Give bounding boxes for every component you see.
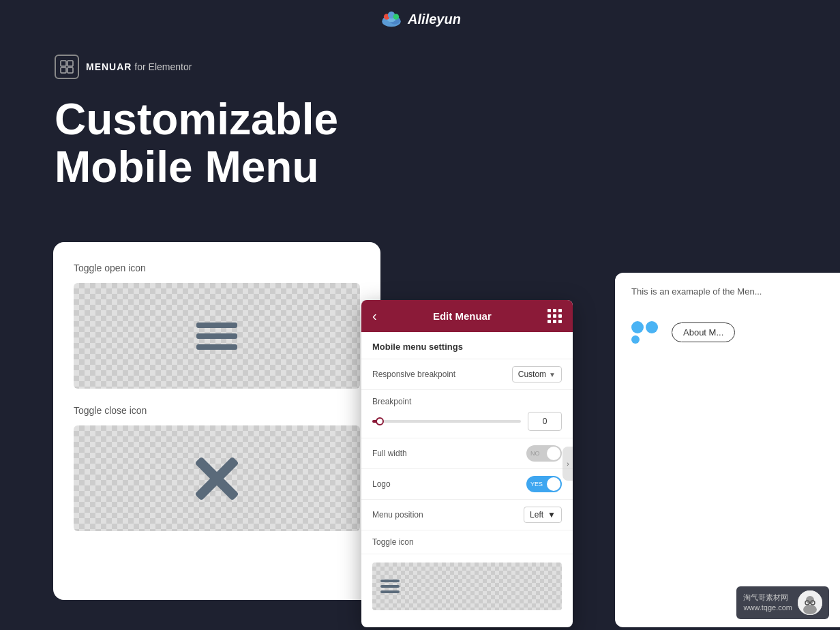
hamburger-line-1 [196, 322, 237, 328]
panel-title: Edit Menuar [433, 310, 492, 322]
breakpoint-input[interactable]: 0 [528, 412, 562, 431]
menu-position-row: Menu position Left ▼ [361, 500, 573, 530]
toggle-close-label: Toggle close icon [74, 405, 360, 416]
site-title: Alileyun [408, 12, 461, 27]
responsive-breakpoint-row: Responsive breakpoint Custom ▼ [361, 359, 573, 390]
toggle-icon-label: Toggle icon [372, 537, 414, 547]
full-width-label: Full width [372, 449, 407, 458]
logo-row: Logo YES [361, 469, 573, 500]
menu-position-select[interactable]: Left ▼ [524, 507, 562, 523]
edit-panel: ‹ Edit Menuar Mobile menu settings Respo… [361, 300, 573, 627]
svg-rect-8 [68, 61, 73, 66]
logo-dot-3 [631, 335, 640, 344]
hamburger-line-3 [196, 344, 237, 350]
toggle-close-preview [74, 425, 360, 531]
slider-thumb [376, 417, 384, 425]
chevron-down-icon: ▼ [548, 510, 556, 520]
svg-rect-9 [61, 68, 66, 73]
main-card: Toggle open icon Toggle close icon [53, 242, 380, 600]
full-width-toggle[interactable]: NO [526, 445, 562, 462]
scroll-arrow[interactable]: › [562, 447, 573, 481]
breakpoint-slider[interactable] [372, 420, 521, 423]
right-preview: This is an examaple of the Men... About … [615, 273, 840, 627]
logo-dot-2 [646, 321, 658, 333]
cloud-icon [379, 11, 404, 27]
chevron-right-icon: › [567, 460, 569, 468]
hero-line2: Mobile Menu [55, 143, 338, 191]
watermark: 淘气哥素材网 www.tqge.com [736, 586, 829, 619]
chevron-down-icon: ▼ [549, 371, 556, 378]
breakpoint-row: Breakpoint 0 [361, 390, 573, 438]
mortar-logo [631, 321, 658, 344]
toggle-on-knob [547, 477, 560, 491]
panel-header: ‹ Edit Menuar [361, 300, 573, 332]
logo-toggle[interactable]: YES [526, 476, 562, 492]
mini-hamburger-icon [380, 580, 400, 593]
responsive-breakpoint-select[interactable]: Custom ▼ [512, 366, 562, 382]
toggle-open-preview [74, 283, 360, 389]
preview-logo-area: About M... [615, 308, 840, 357]
panel-grid-icon[interactable] [548, 309, 562, 323]
svg-point-13 [803, 605, 817, 614]
svg-rect-7 [61, 61, 66, 66]
svg-point-6 [393, 14, 400, 20]
plugin-name-label: MENUAR for Elementor [86, 61, 192, 72]
close-icon [190, 451, 244, 506]
panel-section-title: Mobile menu settings [361, 332, 573, 359]
mini-toggle-preview [372, 562, 562, 610]
top-bar: Alileyun [0, 0, 840, 38]
breakpoint-slider-container: 0 [372, 412, 562, 431]
preview-example-text: This is an examaple of the Men... [615, 273, 840, 308]
hamburger-icon [196, 322, 237, 350]
plugin-brand: MENUAR for Elementor [55, 55, 192, 79]
hamburger-line-2 [196, 333, 237, 339]
responsive-breakpoint-label: Responsive breakpoint [372, 370, 455, 379]
toggle-icon-row: Toggle icon [361, 530, 573, 554]
full-width-row: Full width NO [361, 438, 573, 469]
site-logo: Alileyun [379, 11, 461, 27]
panel-back-button[interactable]: ‹ [372, 308, 377, 324]
svg-rect-10 [68, 68, 73, 73]
menu-position-label: Menu position [372, 510, 423, 520]
logo-dot-1 [631, 321, 644, 333]
about-button[interactable]: About M... [672, 322, 735, 342]
toggle-icon-preview-area [361, 554, 573, 618]
breakpoint-label: Breakpoint [372, 397, 562, 406]
watermark-avatar [798, 590, 822, 615]
toggle-open-label: Toggle open icon [74, 262, 360, 273]
watermark-text: 淘气哥素材网 www.tqge.com [743, 592, 792, 614]
plugin-icon [55, 55, 79, 79]
toggle-knob [547, 447, 560, 460]
logo-label: Logo [372, 479, 391, 489]
hero-line1: Customizable [55, 95, 338, 143]
hero-title: Customizable Mobile Menu [55, 95, 338, 192]
